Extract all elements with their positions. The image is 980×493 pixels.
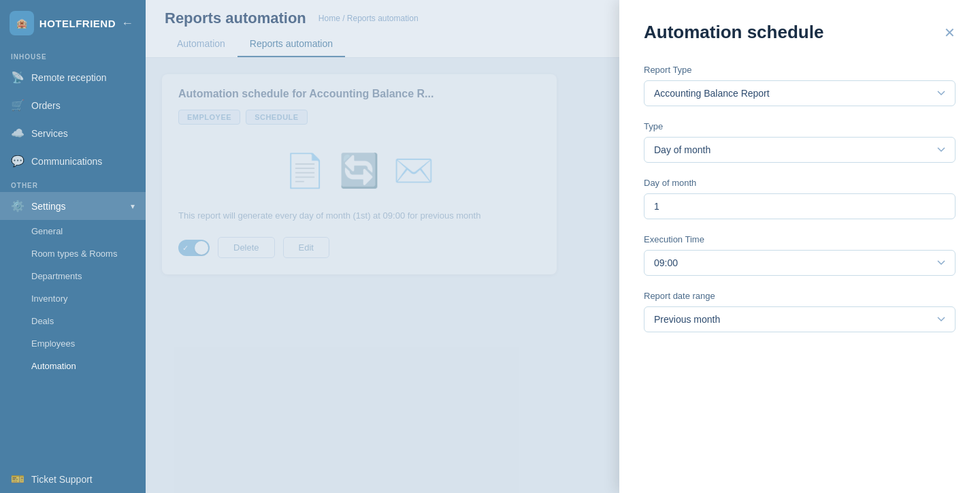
modal-close-button[interactable]: ✕	[944, 26, 956, 39]
date-range-group: Report date range Previous month Current…	[644, 291, 956, 332]
type-group: Type Day of month Day of week Every day	[644, 121, 956, 163]
report-type-group: Report Type Accounting Balance Report Re…	[644, 65, 956, 106]
sidebar-item-services[interactable]: ☁️ Services	[0, 119, 146, 147]
report-type-label: Report Type	[644, 65, 956, 75]
section-label-inhouse: INHOUSE	[0, 46, 146, 63]
date-range-select[interactable]: Previous month Current month Last 7 days…	[644, 306, 956, 332]
sub-item-label: Inventory	[31, 293, 67, 304]
sidebar-item-label: Orders	[31, 100, 61, 111]
sidebar-sub-item-automation[interactable]: Automation	[0, 355, 146, 377]
report-type-select[interactable]: Accounting Balance Report Revenue Report…	[644, 80, 956, 106]
sidebar-item-label: Communications	[31, 156, 102, 167]
sidebar: 🏨 HOTELFRIEND ← INHOUSE 📡 Remote recepti…	[0, 0, 146, 493]
sidebar-item-label: Settings	[31, 201, 66, 212]
sub-item-label: Departments	[31, 271, 82, 281]
sub-item-label: Employees	[31, 338, 75, 349]
orders-icon: 🛒	[11, 99, 24, 112]
sub-item-label: Deals	[31, 316, 54, 326]
execution-time-group: Execution Time 09:00 10:00 11:00 12:00	[644, 234, 956, 276]
sub-item-label: General	[31, 226, 63, 236]
sidebar-item-ticket-support[interactable]: 🎫 Ticket Support	[0, 465, 146, 493]
settings-icon: ⚙️	[11, 200, 24, 212]
sidebar-item-remote-reception[interactable]: 📡 Remote reception	[0, 63, 146, 91]
type-select[interactable]: Day of month Day of week Every day	[644, 137, 956, 163]
automation-schedule-modal: Automation schedule ✕ Report Type Accoun…	[619, 0, 980, 493]
sidebar-item-communications[interactable]: 💬 Communications	[0, 147, 146, 175]
services-icon: ☁️	[11, 127, 24, 140]
communications-icon: 💬	[11, 155, 24, 168]
sidebar-item-orders[interactable]: 🛒 Orders	[0, 91, 146, 119]
logo-text: HOTELFRIEND	[39, 18, 116, 29]
day-of-month-label: Day of month	[644, 178, 956, 188]
logo-icon: 🏨	[10, 11, 34, 35]
ticket-support-icon: 🎫	[11, 473, 24, 486]
section-label-other: OTHER	[0, 175, 146, 192]
sub-item-label: Room types & Rooms	[31, 249, 117, 259]
sidebar-sub-item-deals[interactable]: Deals	[0, 310, 146, 332]
sidebar-back-button[interactable]: ←	[121, 16, 136, 31]
modal-header: Automation schedule ✕	[644, 22, 956, 43]
sidebar-item-label: Remote reception	[31, 72, 107, 83]
modal-title: Automation schedule	[644, 22, 823, 43]
sidebar-sub-item-inventory[interactable]: Inventory	[0, 287, 146, 310]
sidebar-sub-item-employees[interactable]: Employees	[0, 332, 146, 355]
sidebar-sub-item-general[interactable]: General	[0, 220, 146, 242]
sidebar-item-label: Services	[31, 128, 68, 139]
execution-time-select[interactable]: 09:00 10:00 11:00 12:00	[644, 250, 956, 276]
main-area: Reports automation Home / Reports automa…	[146, 0, 980, 493]
sidebar-sub-item-departments[interactable]: Departments	[0, 265, 146, 287]
day-of-month-input[interactable]	[644, 193, 956, 219]
sidebar-sub-item-room-types[interactable]: Room types & Rooms	[0, 242, 146, 265]
sidebar-item-settings[interactable]: ⚙️ Settings ▾	[0, 192, 146, 220]
sidebar-item-label: Ticket Support	[31, 474, 93, 485]
execution-time-label: Execution Time	[644, 234, 956, 244]
day-of-month-group: Day of month	[644, 178, 956, 219]
chevron-down-icon: ▾	[131, 202, 135, 211]
type-label: Type	[644, 121, 956, 131]
remote-reception-icon: 📡	[11, 71, 24, 84]
sub-item-label: Automation	[31, 361, 76, 371]
date-range-label: Report date range	[644, 291, 956, 301]
sidebar-logo[interactable]: 🏨 HOTELFRIEND ←	[0, 0, 146, 46]
